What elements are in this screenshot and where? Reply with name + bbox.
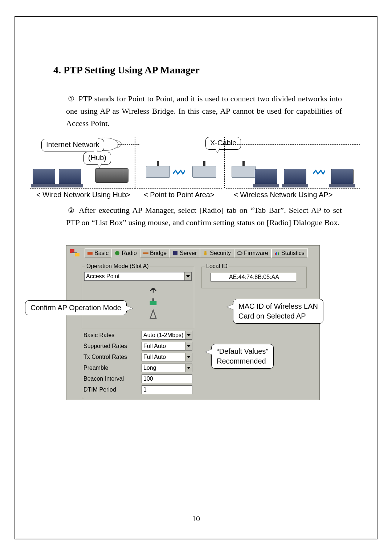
tab-label: Radio [122, 250, 137, 256]
dtim-period-input[interactable]: 1 [142, 385, 192, 394]
dropdown-value: Full Auto [143, 354, 166, 360]
chevron-down-icon [187, 334, 191, 336]
statistics-icon [274, 250, 280, 256]
supported-rates-dropdown[interactable]: Full Auto [142, 342, 192, 351]
app-icon [69, 248, 80, 259]
dropdown-button[interactable] [184, 272, 191, 280]
laptop-icon [284, 169, 306, 184]
svg-rect-12 [278, 252, 279, 255]
laptop-icon [331, 169, 354, 184]
dropdown-button[interactable] [185, 353, 192, 361]
tab-radio[interactable]: Radio [112, 248, 140, 258]
tab-server[interactable]: Server [170, 248, 200, 258]
tab-statistics[interactable]: Statistics [271, 248, 308, 258]
dtim-period-label: DTIM Period [82, 386, 142, 393]
svg-rect-1 [75, 253, 79, 256]
basic-rates-label: Basic Rates [82, 332, 142, 339]
firmware-icon [237, 250, 242, 256]
svg-marker-15 [150, 310, 156, 318]
wireless-zigzag-icon [313, 168, 325, 173]
antenna-icon [148, 286, 158, 296]
dashed-connector [222, 144, 360, 145]
basic-icon [87, 250, 93, 256]
tab-basic[interactable]: Basic [85, 248, 112, 258]
tab-label: Statistics [281, 250, 305, 256]
tx-control-rates-dropdown[interactable]: Full Auto [142, 353, 192, 361]
callout-line: “Default Values” [217, 347, 268, 355]
tower-icon [148, 309, 158, 319]
operation-mode-dropdown[interactable]: Access Point [84, 272, 192, 281]
beacon-interval-input[interactable]: 100 [142, 374, 192, 383]
group-local-id: Local ID AE:44:74:8B:05:AA [201, 267, 307, 288]
callout-default-values: “Default Values” Recommended [211, 344, 274, 369]
dropdown-value: Access Point [86, 273, 119, 279]
callout-confirm-opmode: Confirm AP Operation Mode [25, 300, 127, 315]
dropdown-button[interactable] [185, 331, 192, 339]
zone-caption-ptp: < Point to Point Area> [144, 191, 215, 199]
network-diagram: Internet Network (Hub) X-Cable < [23, 122, 366, 199]
tab-security[interactable]: Security [200, 248, 234, 258]
svg-rect-0 [70, 249, 74, 253]
chevron-down-icon [186, 275, 190, 278]
svg-rect-3 [87, 252, 93, 255]
callout-mac-id: MAC ID of Wireless LAN Card on Selected … [233, 299, 323, 324]
dropdown-button[interactable] [185, 342, 192, 350]
dashed-connector [118, 144, 139, 145]
group-legend: Operation Mode (Slot A) [85, 263, 150, 270]
dropdown-value: Full Auto [143, 343, 166, 349]
zone-caption-wired: < Wired Network Using Hub> [36, 191, 130, 199]
tab-label: Server [180, 250, 197, 256]
chevron-down-icon [187, 356, 191, 358]
paragraph-2: ② After executing AP Manager, select [Ra… [66, 204, 342, 229]
device-icon [148, 297, 158, 308]
dropdown-value: Long [143, 365, 156, 371]
page-number: 10 [15, 514, 377, 523]
laptop-icon [33, 169, 55, 184]
chevron-down-icon [187, 345, 191, 347]
svg-rect-11 [276, 252, 277, 255]
callout-line: Card on Selected AP [238, 312, 306, 320]
laptop-icon [59, 169, 81, 184]
svg-rect-13 [150, 301, 157, 305]
local-id-value: AE:44:74:8B:05:AA [211, 273, 296, 281]
server-icon [172, 250, 178, 256]
callout-hub: (Hub) [83, 152, 111, 165]
svg-rect-5 [143, 252, 148, 254]
group-legend: Local ID [205, 263, 229, 270]
svg-rect-10 [275, 253, 276, 255]
tab-label: Firmware [244, 250, 268, 256]
svg-rect-14 [152, 298, 154, 301]
group-operation-mode: Operation Mode (Slot A) Access Point [82, 267, 194, 328]
svg-rect-6 [173, 251, 177, 255]
svg-point-9 [237, 252, 242, 255]
security-icon [203, 250, 208, 256]
ap-device-icon [192, 166, 216, 178]
chevron-down-icon [187, 367, 191, 369]
preamble-label: Preamble [82, 365, 142, 371]
basic-rates-dropdown[interactable]: Auto (1-2Mbps) [142, 331, 192, 340]
supported-rates-label: Supported Rates [82, 343, 142, 349]
wireless-zigzag-icon [173, 168, 185, 173]
dropdown-button[interactable] [185, 364, 192, 372]
zone-caption-wireless: < Wireless Network Using AP> [234, 191, 332, 199]
bridge-icon [143, 250, 148, 256]
tab-label: Security [210, 250, 231, 256]
ap-device-icon [146, 166, 170, 178]
callout-line: MAC ID of Wireless LAN [238, 302, 318, 310]
hub-device-icon [95, 168, 128, 183]
tab-bridge[interactable]: Bridge [140, 248, 170, 258]
tab-label: Bridge [150, 250, 167, 256]
dropdown-value: Auto (1-2Mbps) [143, 332, 183, 338]
laptop-icon [255, 169, 277, 184]
tx-control-rates-label: Tx Control Rates [82, 354, 142, 360]
dashed-connector [123, 137, 123, 188]
list-marker-2: ② [66, 205, 76, 216]
beacon-interval-label: Beacon Interval [82, 376, 142, 382]
dashed-connector [224, 137, 225, 188]
callout-xcable: X-Cable [205, 137, 241, 150]
tab-firmware[interactable]: Firmware [234, 248, 271, 258]
paragraph-2-text: After executing AP Manager, select [Radi… [66, 206, 342, 227]
callout-internet: Internet Network [41, 139, 104, 151]
svg-rect-8 [204, 253, 207, 255]
preamble-dropdown[interactable]: Long [142, 364, 192, 372]
